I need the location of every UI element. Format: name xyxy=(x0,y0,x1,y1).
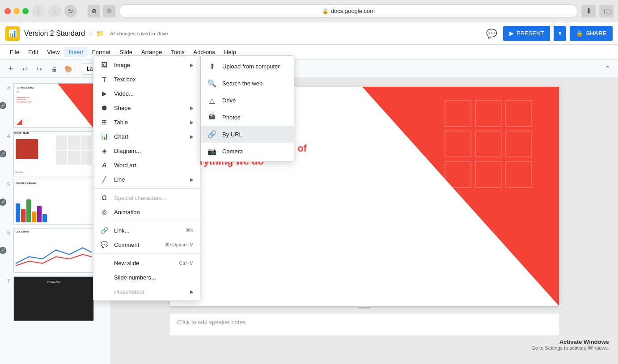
print-button[interactable]: 🖨 xyxy=(47,63,60,75)
textbox-menu-icon: T xyxy=(100,75,109,84)
browser-chrome: ‹ › ↻ ⊘ ☉ 🔒 docs.google.com ⬇ ↑□ xyxy=(0,0,618,22)
menu-item-comment[interactable]: 💬 Comment ⌘+Option+M xyxy=(93,237,200,252)
header-right: 💬 ▶ PRESENT ▾ 🔒 SHARE xyxy=(483,25,613,42)
menu-item-slidenumbers[interactable]: Slide numbers... xyxy=(93,270,200,284)
video-menu-icon: ▶ xyxy=(100,89,109,98)
present-button[interactable]: ▶ PRESENT xyxy=(503,26,550,41)
diagram-menu-icon: ◈ xyxy=(100,146,109,155)
menu-item-shape[interactable]: ⬟ Shape xyxy=(93,101,200,115)
link-indicator-6: 🔗 xyxy=(0,247,6,254)
wordart-menu-icon: A xyxy=(100,161,109,169)
slide-number-5: 5 xyxy=(4,180,10,187)
menu-item-line[interactable]: ╱ Line xyxy=(93,172,200,186)
slide-number-3: 3 xyxy=(4,83,10,90)
doc-title: Version 2 Standard xyxy=(24,30,85,38)
present-dropdown-button[interactable]: ▾ xyxy=(554,26,566,41)
drive-icon: △ xyxy=(207,95,217,105)
menu-divider-1 xyxy=(93,188,200,189)
notes-placeholder: Click to add speaker notes xyxy=(177,319,246,326)
comments-button[interactable]: 💬 xyxy=(483,25,499,42)
minimize-button[interactable] xyxy=(13,8,20,14)
menu-view[interactable]: View xyxy=(42,47,64,57)
maximize-button[interactable] xyxy=(22,8,29,14)
paint-format-button[interactable]: 🎨 xyxy=(62,63,74,75)
lock-icon: 🔒 xyxy=(322,8,329,14)
extension-icon[interactable]: ☉ xyxy=(103,5,115,17)
menu-insert[interactable]: Insert xyxy=(64,47,88,57)
link-indicator-3: 🔗 xyxy=(0,102,6,109)
byurl-icon: 🔗 xyxy=(207,129,217,139)
search-icon: 🔍 xyxy=(207,78,217,88)
menu-item-animation[interactable]: ◎ Animation xyxy=(93,205,200,219)
share-button[interactable]: 🔒 SHARE xyxy=(570,26,613,41)
slide-grid-overlay xyxy=(444,100,532,188)
submenu-item-upload[interactable]: ⬆ Upload from computer xyxy=(201,58,294,75)
slide-number-4: 4 xyxy=(4,131,10,139)
folder-icon[interactable]: 📁 xyxy=(96,30,104,37)
slide-thumb-5[interactable]: DIAGRAM BATANG xyxy=(13,180,94,224)
menu-item-textbox[interactable]: T Text box xyxy=(93,72,200,86)
slide-thumb-3[interactable]: TEAMBUILDING " Teamwork is atthe core of… xyxy=(13,83,94,128)
slide-thumb-6[interactable]: LINE CHART xyxy=(13,228,94,273)
image-menu-icon: 🖼 xyxy=(100,60,109,69)
menu-item-video[interactable]: ▶ Video... xyxy=(93,86,200,101)
close-button[interactable] xyxy=(4,8,11,14)
link-indicator-5: 🔗 xyxy=(0,199,6,206)
slidenumbers-menu-icon xyxy=(100,273,109,282)
toolbar-divider xyxy=(78,64,78,73)
share-page-button[interactable]: ↑□ xyxy=(599,5,614,17)
pocket-icon[interactable]: ⊘ xyxy=(88,5,100,17)
link-indicator-4: 🔗 xyxy=(0,150,6,157)
share-icon: 🔒 xyxy=(576,30,583,37)
redo-button[interactable]: ↪ xyxy=(33,63,46,75)
app-header: 📊 Version 2 Standard ☆ 📁 All changes sav… xyxy=(0,22,618,45)
browser-actions: ⬇ ↑□ xyxy=(581,5,614,17)
undo-button[interactable]: ↩ xyxy=(19,63,31,75)
menu-item-chart[interactable]: 📊 Chart xyxy=(93,129,200,144)
menu-file[interactable]: File xyxy=(5,47,24,57)
download-button[interactable]: ⬇ xyxy=(581,5,596,17)
slide-number-6: 6 xyxy=(4,228,10,235)
menu-item-special: Ω Special characters... xyxy=(93,190,200,205)
menu-item-newslide[interactable]: New slide Ctrl+M xyxy=(93,256,200,270)
line-menu-icon: ╱ xyxy=(100,175,109,184)
collapse-button[interactable]: ⌃ xyxy=(601,63,614,75)
address-bar[interactable]: 🔒 docs.google.com xyxy=(119,4,578,18)
image-submenu: ⬆ Upload from computer 🔍 Search the web … xyxy=(200,55,294,162)
forward-button[interactable]: › xyxy=(48,5,61,17)
insert-menu: 🖼 Image T Text box ▶ Video... ⬟ Shape ⊞ … xyxy=(93,55,200,301)
chart-menu-icon: 📊 xyxy=(100,132,109,141)
submenu-item-photos[interactable]: 🏔 Photos xyxy=(201,109,294,126)
upload-icon: ⬆ xyxy=(207,61,217,71)
back-button[interactable]: ‹ xyxy=(32,5,45,17)
menu-divider-2 xyxy=(93,221,200,221)
slide-thumb-4[interactable]: PROFIL TEAM Maria Pelupo xyxy=(13,131,94,176)
submenu-item-byurl[interactable]: 🔗 By URL xyxy=(201,126,294,143)
submenu-item-drive[interactable]: △ Drive xyxy=(201,92,294,109)
play-icon: ▶ xyxy=(509,30,514,37)
saved-status: All changes saved in Drive xyxy=(110,31,168,36)
table-menu-icon: ⊞ xyxy=(100,118,109,127)
camera-icon: 📷 xyxy=(207,146,217,156)
refresh-button[interactable]: ↻ xyxy=(64,5,77,17)
menu-edit[interactable]: Edit xyxy=(24,47,42,57)
add-slide-button[interactable]: + xyxy=(4,63,17,75)
comment-menu-icon: 💬 xyxy=(100,240,109,249)
slide-thumb-7[interactable]: SHOWCASE xyxy=(13,276,94,321)
menu-item-placeholder: Placeholder xyxy=(93,284,200,299)
menu-item-wordart[interactable]: A Word art xyxy=(93,158,200,172)
resize-handle[interactable] xyxy=(170,306,559,309)
animation-menu-icon: ◎ xyxy=(100,207,109,216)
photos-icon: 🏔 xyxy=(207,112,217,122)
submenu-item-searchweb[interactable]: 🔍 Search the web xyxy=(201,75,294,92)
submenu-item-camera[interactable]: 📷 Camera xyxy=(201,143,294,160)
menu-divider-3 xyxy=(93,254,200,254)
star-icon[interactable]: ☆ xyxy=(88,30,93,37)
menu-item-image[interactable]: 🖼 Image xyxy=(93,58,200,72)
menu-item-table[interactable]: ⊞ Table xyxy=(93,115,200,129)
special-menu-icon: Ω xyxy=(100,193,109,202)
speaker-notes[interactable]: Click to add speaker notes xyxy=(170,313,559,335)
menu-item-link[interactable]: 🔗 Link... ⌘K xyxy=(93,223,200,237)
activate-windows-watermark: Activate Windows Go to Settings to activ… xyxy=(531,339,609,351)
menu-item-diagram[interactable]: ◈ Diagram... xyxy=(93,144,200,158)
